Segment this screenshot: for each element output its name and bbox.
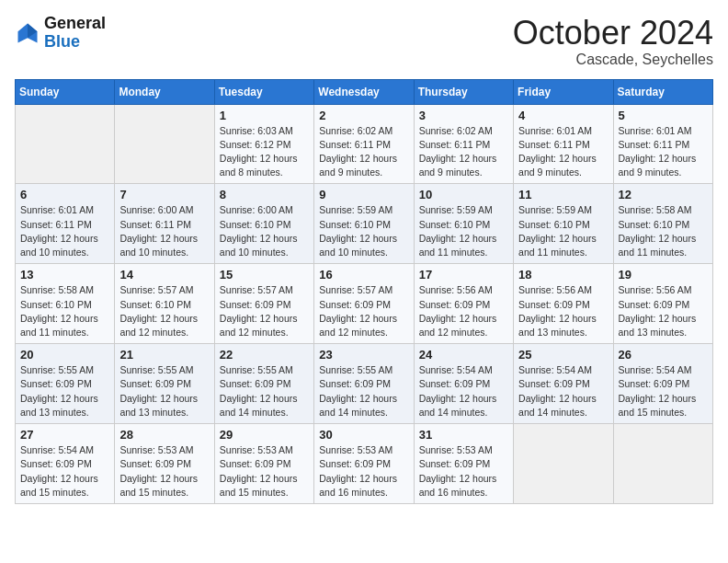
calendar-cell: 8Sunrise: 6:00 AM Sunset: 6:10 PM Daylig… [214,184,313,264]
day-info: Sunrise: 5:55 AM Sunset: 6:09 PM Dayligh… [220,363,309,419]
day-number: 3 [419,109,508,122]
day-of-week-header: Saturday [613,79,712,104]
calendar-cell: 7Sunrise: 6:00 AM Sunset: 6:11 PM Daylig… [115,184,214,264]
day-info: Sunrise: 5:54 AM Sunset: 6:09 PM Dayligh… [20,443,109,500]
day-info: Sunrise: 5:56 AM Sunset: 6:09 PM Dayligh… [518,283,608,339]
day-info: Sunrise: 6:01 AM Sunset: 6:11 PM Dayligh… [20,203,109,259]
logo: General Blue [15,15,106,52]
day-number: 8 [220,188,309,201]
calendar-week-row: 27Sunrise: 5:54 AM Sunset: 6:09 PM Dayli… [16,424,713,504]
day-info: Sunrise: 5:55 AM Sunset: 6:09 PM Dayligh… [119,363,209,419]
day-info: Sunrise: 6:01 AM Sunset: 6:11 PM Dayligh… [518,124,608,180]
month-title: October 2024 [513,15,713,52]
calendar-cell: 10Sunrise: 5:59 AM Sunset: 6:10 PM Dayli… [414,184,513,264]
day-number: 5 [619,109,708,122]
day-number: 27 [20,428,109,442]
day-info: Sunrise: 6:01 AM Sunset: 6:11 PM Dayligh… [619,124,708,180]
day-info: Sunrise: 5:58 AM Sunset: 6:10 PM Dayligh… [20,283,109,339]
calendar-cell: 18Sunrise: 5:56 AM Sunset: 6:09 PM Dayli… [514,264,613,344]
calendar-cell: 23Sunrise: 5:55 AM Sunset: 6:09 PM Dayli… [314,344,414,424]
day-of-week-header: Tuesday [214,79,313,104]
calendar-cell: 26Sunrise: 5:54 AM Sunset: 6:09 PM Dayli… [613,344,712,424]
calendar-cell: 12Sunrise: 5:58 AM Sunset: 6:10 PM Dayli… [613,184,712,264]
calendar-cell: 2Sunrise: 6:02 AM Sunset: 6:11 PM Daylig… [314,104,414,184]
day-of-week-header: Thursday [414,79,513,104]
calendar-cell: 28Sunrise: 5:53 AM Sunset: 6:09 PM Dayli… [115,424,214,504]
calendar-cell: 24Sunrise: 5:54 AM Sunset: 6:09 PM Dayli… [414,344,513,424]
day-info: Sunrise: 5:56 AM Sunset: 6:09 PM Dayligh… [419,283,508,339]
day-number: 17 [419,268,508,282]
day-info: Sunrise: 5:53 AM Sunset: 6:09 PM Dayligh… [119,443,209,500]
calendar-cell: 13Sunrise: 5:58 AM Sunset: 6:10 PM Dayli… [16,264,115,344]
day-info: Sunrise: 5:57 AM Sunset: 6:09 PM Dayligh… [220,283,309,339]
day-number: 7 [119,188,209,201]
day-info: Sunrise: 5:53 AM Sunset: 6:09 PM Dayligh… [220,443,309,500]
day-number: 4 [518,109,608,122]
location-subtitle: Cascade, Seychelles [513,52,713,68]
day-number: 18 [518,268,608,282]
day-of-week-header: Monday [115,79,214,104]
day-number: 10 [419,188,508,201]
day-info: Sunrise: 5:54 AM Sunset: 6:09 PM Dayligh… [518,363,608,419]
calendar-table: SundayMondayTuesdayWednesdayThursdayFrid… [15,79,713,504]
day-info: Sunrise: 5:54 AM Sunset: 6:09 PM Dayligh… [619,363,708,419]
day-of-week-header: Friday [514,79,613,104]
day-number: 20 [20,348,109,362]
calendar-week-row: 6Sunrise: 6:01 AM Sunset: 6:11 PM Daylig… [16,184,713,264]
day-number: 2 [319,109,408,122]
calendar-cell: 29Sunrise: 5:53 AM Sunset: 6:09 PM Dayli… [214,424,313,504]
day-info: Sunrise: 6:02 AM Sunset: 6:11 PM Dayligh… [419,124,508,180]
day-number: 23 [319,348,408,362]
calendar-cell: 31Sunrise: 5:53 AM Sunset: 6:09 PM Dayli… [414,424,513,504]
page-header: General Blue October 2024 Cascade, Seych… [15,15,713,68]
calendar-cell: 16Sunrise: 5:57 AM Sunset: 6:09 PM Dayli… [314,264,414,344]
calendar-cell: 15Sunrise: 5:57 AM Sunset: 6:09 PM Dayli… [214,264,313,344]
day-number: 19 [619,268,708,282]
day-number: 9 [319,188,408,201]
day-info: Sunrise: 6:03 AM Sunset: 6:12 PM Dayligh… [220,124,309,180]
calendar-cell: 21Sunrise: 5:55 AM Sunset: 6:09 PM Dayli… [115,344,214,424]
calendar-cell: 1Sunrise: 6:03 AM Sunset: 6:12 PM Daylig… [214,104,313,184]
calendar-week-row: 1Sunrise: 6:03 AM Sunset: 6:12 PM Daylig… [16,104,713,184]
day-info: Sunrise: 5:53 AM Sunset: 6:09 PM Dayligh… [419,443,508,500]
day-number: 26 [619,348,708,362]
title-block: October 2024 Cascade, Seychelles [513,15,713,68]
day-info: Sunrise: 6:00 AM Sunset: 6:10 PM Dayligh… [220,203,309,259]
calendar-cell [115,104,214,184]
calendar-cell: 17Sunrise: 5:56 AM Sunset: 6:09 PM Dayli… [414,264,513,344]
day-info: Sunrise: 5:54 AM Sunset: 6:09 PM Dayligh… [419,363,508,419]
calendar-cell: 9Sunrise: 5:59 AM Sunset: 6:10 PM Daylig… [314,184,414,264]
calendar-cell [613,424,712,504]
calendar-week-row: 13Sunrise: 5:58 AM Sunset: 6:10 PM Dayli… [16,264,713,344]
day-info: Sunrise: 5:58 AM Sunset: 6:10 PM Dayligh… [619,203,708,259]
day-info: Sunrise: 5:57 AM Sunset: 6:10 PM Dayligh… [119,283,209,339]
calendar-cell: 22Sunrise: 5:55 AM Sunset: 6:09 PM Dayli… [214,344,313,424]
logo-text: General Blue [44,15,106,52]
day-number: 24 [419,348,508,362]
day-number: 29 [220,428,309,442]
day-number: 14 [119,268,209,282]
day-number: 11 [518,188,608,201]
day-number: 15 [220,268,309,282]
day-number: 21 [119,348,209,362]
day-info: Sunrise: 5:56 AM Sunset: 6:09 PM Dayligh… [619,283,708,339]
day-number: 12 [619,188,708,201]
day-number: 31 [419,428,508,442]
day-of-week-header: Wednesday [314,79,414,104]
day-info: Sunrise: 6:02 AM Sunset: 6:11 PM Dayligh… [319,124,408,180]
day-info: Sunrise: 5:55 AM Sunset: 6:09 PM Dayligh… [319,363,408,419]
calendar-cell [514,424,613,504]
day-number: 16 [319,268,408,282]
calendar-cell [16,104,115,184]
calendar-week-row: 20Sunrise: 5:55 AM Sunset: 6:09 PM Dayli… [16,344,713,424]
calendar-header-row: SundayMondayTuesdayWednesdayThursdayFrid… [16,79,713,104]
day-info: Sunrise: 5:53 AM Sunset: 6:09 PM Dayligh… [319,443,408,500]
day-number: 25 [518,348,608,362]
day-info: Sunrise: 6:00 AM Sunset: 6:11 PM Dayligh… [119,203,209,259]
day-info: Sunrise: 5:55 AM Sunset: 6:09 PM Dayligh… [20,363,109,419]
day-info: Sunrise: 5:59 AM Sunset: 6:10 PM Dayligh… [518,203,608,259]
calendar-cell: 27Sunrise: 5:54 AM Sunset: 6:09 PM Dayli… [16,424,115,504]
day-number: 28 [119,428,209,442]
calendar-cell: 4Sunrise: 6:01 AM Sunset: 6:11 PM Daylig… [514,104,613,184]
day-info: Sunrise: 5:59 AM Sunset: 6:10 PM Dayligh… [419,203,508,259]
